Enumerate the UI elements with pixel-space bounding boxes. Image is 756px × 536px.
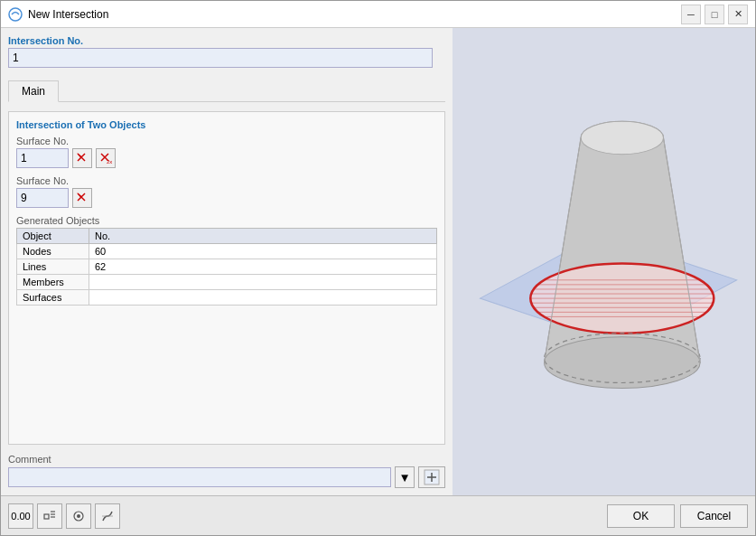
right-panel xyxy=(453,28,755,495)
svg-point-27 xyxy=(581,121,663,155)
comment-dropdown-button[interactable]: ▼ xyxy=(395,466,415,488)
ok-button[interactable]: OK xyxy=(607,504,675,528)
close-button[interactable]: ✕ xyxy=(728,5,748,24)
surface1-input[interactable] xyxy=(16,148,69,168)
pick3-icon xyxy=(76,192,89,204)
coordinate-tool-button[interactable]: 0.00 xyxy=(8,503,33,529)
row-nodes-label: Nodes xyxy=(17,244,89,259)
row-lines-label: Lines xyxy=(17,259,89,275)
cancel-button[interactable]: Cancel xyxy=(680,504,748,528)
window-title: New Intersection xyxy=(28,8,108,21)
comment-input[interactable] xyxy=(8,467,391,487)
col-object: Object xyxy=(17,229,89,244)
surface2-pick-button[interactable] xyxy=(72,188,92,208)
bottom-bar: 0.00 xyxy=(1,495,755,535)
generated-objects-label: Generated Objects xyxy=(16,215,437,226)
svg-point-0 xyxy=(9,8,22,21)
bottom-tools: 0.00 xyxy=(8,503,120,529)
minimize-button[interactable]: ─ xyxy=(681,5,701,24)
row-members-label: Members xyxy=(17,275,89,290)
intersection-no-section: Intersection No. xyxy=(8,35,445,68)
intersection-section-title: Intersection of Two Objects xyxy=(16,119,437,130)
surface2-row xyxy=(16,188,437,208)
titlebar-left: New Intersection xyxy=(8,7,108,22)
action-buttons: OK Cancel xyxy=(607,504,748,528)
surface1-pick-button[interactable] xyxy=(72,148,92,168)
col-no: No. xyxy=(89,229,437,244)
surface2-section: Surface No. xyxy=(16,175,437,208)
table-row: Lines 62 xyxy=(17,259,437,275)
svg-text:2x: 2x xyxy=(107,159,112,165)
svg-point-13 xyxy=(545,337,701,389)
dropdown-arrow-icon: ▼ xyxy=(398,471,410,484)
import-icon xyxy=(424,469,440,485)
maximize-button[interactable]: □ xyxy=(705,5,724,24)
comment-import-button[interactable] xyxy=(418,466,445,488)
table-row: Surfaces xyxy=(17,290,437,306)
titlebar-controls: ─ □ ✕ xyxy=(681,5,748,24)
surface1-row: 2x xyxy=(16,148,437,168)
surface1-pick2-button[interactable]: 2x xyxy=(96,148,116,168)
intersection-no-input[interactable] xyxy=(8,48,433,68)
function-tool-button[interactable] xyxy=(95,503,120,529)
comment-label: Comment xyxy=(8,454,445,465)
main-window: New Intersection ─ □ ✕ Intersection No. … xyxy=(0,0,756,536)
surface1-section: Surface No. xyxy=(16,136,437,168)
surface1-label: Surface No. xyxy=(16,136,437,146)
comment-row: ▼ xyxy=(8,466,445,488)
snap-icon xyxy=(42,509,57,523)
app-icon xyxy=(8,7,23,22)
coordinate-icon: 0.00 xyxy=(11,511,30,522)
function-icon xyxy=(100,509,115,523)
row-surfaces-label: Surfaces xyxy=(17,290,89,306)
left-panel: Intersection No. Main Intersection of Tw… xyxy=(1,28,453,495)
tab-main[interactable]: Main xyxy=(8,80,59,102)
view-tool-button[interactable] xyxy=(66,503,91,529)
table-row: Members xyxy=(17,275,437,290)
main-content: Intersection No. Main Intersection of Tw… xyxy=(1,28,755,495)
content-box: Intersection of Two Objects Surface No. xyxy=(8,111,445,445)
snap-tool-button[interactable] xyxy=(37,503,62,529)
view-icon xyxy=(71,509,86,523)
titlebar: New Intersection ─ □ ✕ xyxy=(1,1,755,28)
svg-rect-28 xyxy=(44,514,49,519)
pick1-icon xyxy=(76,152,89,165)
surface2-label: Surface No. xyxy=(16,175,437,186)
row-nodes-value: 60 xyxy=(89,244,437,259)
pick2-icon: 2x xyxy=(99,152,112,165)
tab-bar: Main xyxy=(8,80,445,102)
row-lines-value: 62 xyxy=(89,259,437,275)
generated-objects-section: Generated Objects Object No. Nodes 60 xyxy=(16,215,437,306)
svg-point-33 xyxy=(77,514,80,518)
table-row: Nodes 60 xyxy=(17,244,437,259)
row-members-value xyxy=(89,275,437,290)
surface2-input[interactable] xyxy=(16,188,69,208)
row-surfaces-value xyxy=(89,290,437,306)
generated-objects-table: Object No. Nodes 60 Lines 62 xyxy=(16,228,437,306)
intersection-no-label: Intersection No. xyxy=(8,35,445,46)
3d-visualization xyxy=(453,28,755,495)
comment-section: Comment ▼ xyxy=(8,454,445,488)
